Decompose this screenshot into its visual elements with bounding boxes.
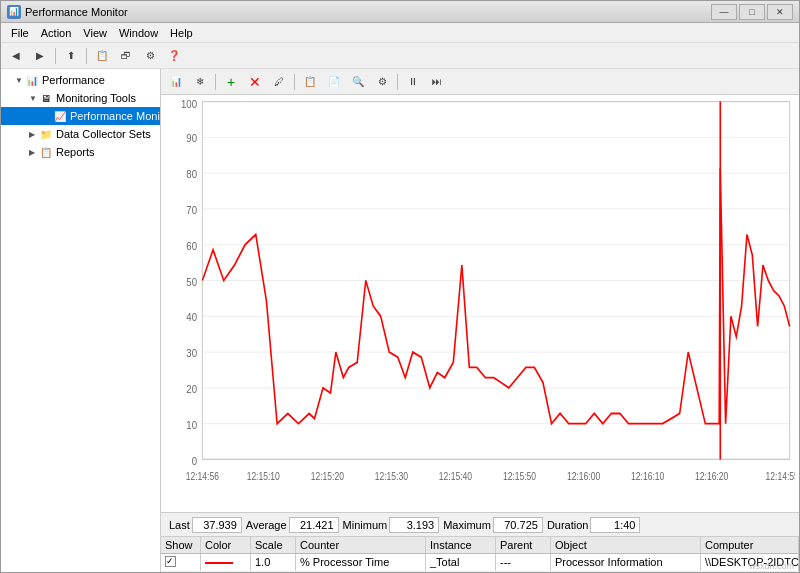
- svg-text:10: 10: [186, 418, 197, 431]
- title-bar: 📊 Performance Monitor — □ ✕: [1, 1, 799, 23]
- average-value: 21.421: [289, 517, 339, 533]
- svg-text:12:15:40: 12:15:40: [439, 470, 472, 482]
- show-hide-console[interactable]: 📋: [91, 46, 113, 66]
- chart-area: 100 90 80 70 60 50 40 30 20 10 0 12:14:5…: [161, 95, 799, 512]
- svg-text:100: 100: [181, 99, 197, 110]
- row-instance: _Total: [426, 554, 496, 571]
- sidebar-label-data-collector-sets: Data Collector Sets: [56, 128, 151, 140]
- title-bar-controls: — □ ✕: [711, 4, 793, 20]
- row-object: Processor Information: [551, 554, 701, 571]
- watermark: wsxdn.com: [749, 561, 794, 571]
- expand-arrow-reports: ▶: [29, 148, 39, 157]
- menu-window[interactable]: Window: [113, 25, 164, 41]
- svg-text:12:16:10: 12:16:10: [631, 470, 664, 482]
- copy-button[interactable]: 📋: [299, 72, 321, 92]
- sidebar-item-data-collector-sets[interactable]: ▶ 📁 Data Collector Sets: [1, 125, 160, 143]
- properties-btn[interactable]: ⚙: [371, 72, 393, 92]
- svg-text:90: 90: [186, 132, 197, 145]
- data-table: Show Color Scale Counter Instance Parent…: [161, 536, 799, 572]
- stat-duration: Duration 1:40: [547, 517, 641, 533]
- svg-text:12:15:20: 12:15:20: [311, 470, 344, 482]
- last-label: Last: [169, 519, 190, 531]
- header-scale: Scale: [251, 537, 296, 553]
- freeze-button[interactable]: ❄: [189, 72, 211, 92]
- svg-text:70: 70: [186, 203, 197, 216]
- clear-button[interactable]: 🔍: [347, 72, 369, 92]
- new-window-button[interactable]: 🗗: [115, 46, 137, 66]
- sidebar-item-performance[interactable]: ▼ 📊 Performance: [1, 71, 160, 89]
- svg-text:40: 40: [186, 311, 197, 324]
- duration-value: 1:40: [590, 517, 640, 533]
- row-parent: ---: [496, 554, 551, 571]
- svg-text:12:14:56: 12:14:56: [186, 470, 219, 482]
- sidebar-item-monitoring-tools[interactable]: ▼ 🖥 Monitoring Tools: [1, 89, 160, 107]
- toolbar-sep-2: [86, 48, 87, 64]
- show-checkbox[interactable]: [165, 556, 176, 567]
- row-color: [201, 554, 251, 571]
- content-toolbar: 📊 ❄ + ✕ 🖊 📋 📄 🔍 ⚙ ⏸ ⏭: [161, 69, 799, 95]
- dcs-icon: 📁: [39, 127, 53, 141]
- forward-button[interactable]: ▶: [29, 46, 51, 66]
- app-icon: 📊: [7, 5, 21, 19]
- main-window: 📊 Performance Monitor — □ ✕ File Action …: [0, 0, 800, 573]
- view-button[interactable]: 📊: [165, 72, 187, 92]
- table-header: Show Color Scale Counter Instance Parent…: [161, 537, 799, 554]
- paste-button[interactable]: 📄: [323, 72, 345, 92]
- reports-icon: 📋: [39, 145, 53, 159]
- color-indicator: [205, 562, 233, 564]
- performance-icon: 📊: [25, 73, 39, 87]
- header-color: Color: [201, 537, 251, 553]
- svg-text:50: 50: [186, 275, 197, 288]
- delete-counter-button[interactable]: ✕: [244, 72, 266, 92]
- menu-file[interactable]: File: [5, 25, 35, 41]
- next-button[interactable]: ⏭: [426, 72, 448, 92]
- menu-action[interactable]: Action: [35, 25, 78, 41]
- sidebar-item-performance-monitor[interactable]: 📈 Performance Monitor: [1, 107, 160, 125]
- stat-last: Last 37.939: [169, 517, 242, 533]
- svg-text:12:14:55: 12:14:55: [766, 470, 795, 482]
- maximum-value: 70.725: [493, 517, 543, 533]
- pause-button[interactable]: ⏸: [402, 72, 424, 92]
- minimum-label: Minimum: [343, 519, 388, 531]
- row-scale: 1.0: [251, 554, 296, 571]
- svg-text:30: 30: [186, 346, 197, 359]
- up-button[interactable]: ⬆: [60, 46, 82, 66]
- content-area: 📊 ❄ + ✕ 🖊 📋 📄 🔍 ⚙ ⏸ ⏭: [161, 69, 799, 572]
- expand-arrow-monitoring: ▼: [29, 94, 39, 103]
- svg-text:80: 80: [186, 167, 197, 180]
- svg-text:20: 20: [186, 382, 197, 395]
- row-counter: % Processor Time: [296, 554, 426, 571]
- header-computer: Computer: [701, 537, 799, 553]
- last-value: 37.939: [192, 517, 242, 533]
- content-sep-1: [215, 74, 216, 90]
- help-button[interactable]: ❓: [163, 46, 185, 66]
- main-toolbar: ◀ ▶ ⬆ 📋 🗗 ⚙ ❓: [1, 43, 799, 69]
- properties-button[interactable]: ⚙: [139, 46, 161, 66]
- close-button[interactable]: ✕: [767, 4, 793, 20]
- duration-label: Duration: [547, 519, 589, 531]
- minimize-button[interactable]: —: [711, 4, 737, 20]
- maximize-button[interactable]: □: [739, 4, 765, 20]
- menu-help[interactable]: Help: [164, 25, 199, 41]
- add-counter-button[interactable]: +: [220, 72, 242, 92]
- svg-text:12:15:30: 12:15:30: [375, 470, 408, 482]
- minimum-value: 3.193: [389, 517, 439, 533]
- average-label: Average: [246, 519, 287, 531]
- highlight-button[interactable]: 🖊: [268, 72, 290, 92]
- main-area: ▼ 📊 Performance ▼ 🖥 Monitoring Tools 📈 P…: [1, 69, 799, 572]
- svg-text:60: 60: [186, 239, 197, 252]
- toolbar-sep-1: [55, 48, 56, 64]
- row-show[interactable]: [161, 554, 201, 571]
- stats-bar: Last 37.939 Average 21.421 Minimum 3.193…: [161, 512, 799, 536]
- table-row[interactable]: 1.0 % Processor Time _Total --- Processo…: [161, 554, 799, 572]
- window-title: Performance Monitor: [25, 6, 128, 18]
- stat-maximum: Maximum 70.725: [443, 517, 543, 533]
- sidebar-item-reports[interactable]: ▶ 📋 Reports: [1, 143, 160, 161]
- svg-text:12:15:10: 12:15:10: [247, 470, 280, 482]
- menu-view[interactable]: View: [77, 25, 113, 41]
- performance-chart: 100 90 80 70 60 50 40 30 20 10 0 12:14:5…: [165, 99, 795, 508]
- back-button[interactable]: ◀: [5, 46, 27, 66]
- header-parent: Parent: [496, 537, 551, 553]
- content-sep-2: [294, 74, 295, 90]
- header-object: Object: [551, 537, 701, 553]
